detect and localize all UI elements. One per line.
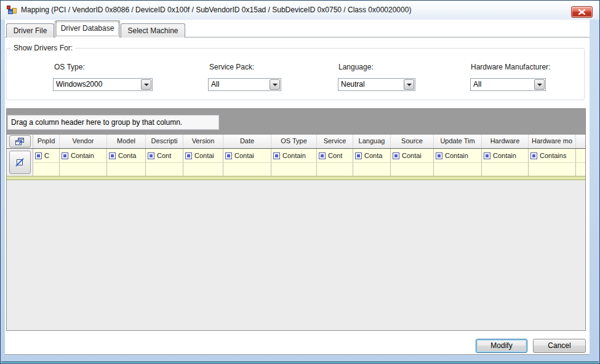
cancel-button[interactable]: Cancel [533,339,586,353]
close-icon [578,9,585,15]
window-title: Mapping (PCI / VendorID 0x8086 / DeviceI… [21,1,411,20]
field-chooser-button[interactable] [9,135,31,148]
column-header-os-type[interactable]: OS Type [271,135,317,148]
column-header-model[interactable]: Model [107,135,146,148]
empty-cell-descripti[interactable] [146,163,183,176]
filter-condition-icon[interactable] [319,152,326,159]
column-header-version[interactable]: Version [183,135,223,148]
column-header-languag[interactable]: Languag [353,135,391,148]
tab-select-machine[interactable]: Select Machine [121,23,185,38]
hardware-manufacturer-label: Hardware Manufacturer: [471,63,550,71]
chevron-down-icon [273,84,278,86]
row-indicator-column [7,149,33,176]
column-header-date[interactable]: Date [223,135,271,148]
tab-label: Driver Database [61,24,114,33]
filter-cell-pnpid[interactable]: C [33,149,60,162]
empty-cell-pnpid[interactable] [33,163,60,176]
filter-cell-vendor[interactable]: Contain [60,149,107,162]
auto-filter-row: CContainContaContContaiContaiContainCont… [33,149,585,163]
column-header-descripti[interactable]: Descripti [146,135,183,148]
filter-condition-icon[interactable] [185,152,192,159]
service-pack-label: Service Pack: [209,63,254,71]
tab-label: Driver File [14,26,47,35]
groupbox-title: Show Drivers For: [11,44,75,52]
group-by-band[interactable]: Drag a column header here to group by th… [7,109,585,135]
filter-condition-icon[interactable] [393,152,399,159]
empty-cell-update-tim[interactable] [434,163,482,176]
filter-condition-icon[interactable] [225,152,232,159]
filter-cell-date[interactable]: Contai [223,149,271,162]
titlebar[interactable]: Mapping (PCI / VendorID 0x8086 / DeviceI… [1,1,599,20]
filter-text: Conta [118,152,136,159]
hardware-manufacturer-combobox[interactable]: All [470,78,546,91]
hardware-manufacturer-dropdown-button[interactable] [534,79,545,90]
filter-condition-icon[interactable] [273,152,280,159]
column-header-source[interactable]: Source [391,135,434,148]
filter-cell-hardware-mo[interactable]: Contains [529,149,576,162]
column-header-hardware-mo[interactable]: Hardware mo [529,135,576,148]
filter-edit-button[interactable] [9,151,31,174]
grid-rows: CContainContaContContaiContaiContainCont… [33,149,585,176]
filter-cell-os-type[interactable]: Contain [271,149,317,162]
empty-cell-date[interactable] [223,163,271,176]
service-pack-dropdown-button[interactable] [270,79,280,90]
empty-cell-source[interactable] [391,163,434,176]
os-type-combobox[interactable]: Windows2000 [53,78,153,91]
filter-cell-languag[interactable]: Conta [353,149,391,162]
column-header-pnpid[interactable]: PnpId [33,135,60,148]
filter-condition-icon[interactable] [436,152,442,159]
close-button[interactable] [571,6,593,18]
dialog-content: Driver File Driver Database Select Machi… [5,20,590,355]
language-combobox[interactable]: Neutral [338,78,415,91]
os-type-dropdown-button[interactable] [141,79,151,90]
tab-driver-database[interactable]: Driver Database [55,20,120,38]
language-dropdown-button[interactable] [404,79,414,90]
column-header-hardware[interactable]: Hardware [482,135,529,148]
driver-grid: Drag a column header here to group by th… [6,108,586,331]
filter-condition-icon[interactable] [148,152,154,159]
group-by-hint: Drag a column header here to group by th… [7,115,219,130]
column-header-service[interactable]: Service [317,135,353,148]
os-type-value: Windows2000 [56,79,140,90]
filter-text: Cont [328,152,342,159]
language-label: Language: [338,63,374,71]
filter-cell-service[interactable]: Cont [317,149,353,162]
empty-cell-service[interactable] [317,163,353,176]
filter-condition-icon[interactable] [62,152,68,159]
column-header-vendor[interactable]: Vendor [60,135,107,148]
tab-driver-file[interactable]: Driver File [6,23,54,38]
column-header-update-tim[interactable]: Update Tim [434,135,482,148]
chevron-down-icon [144,84,149,86]
filter-cell-source[interactable]: Contai [391,149,434,162]
filter-text: Contain [445,152,468,159]
service-pack-combobox[interactable]: All [208,78,281,91]
filter-cell-hardware[interactable]: Contain [482,149,529,162]
empty-cell-os-type[interactable] [271,163,317,176]
filter-cell-descripti[interactable]: Cont [146,149,183,162]
filter-condition-icon[interactable] [484,152,490,159]
empty-cell-model[interactable] [107,163,146,176]
empty-cell-languag[interactable] [353,163,391,176]
filter-condition-icon[interactable] [35,152,42,159]
filter-condition-icon[interactable] [530,152,537,159]
empty-cell-vendor[interactable] [60,163,107,176]
empty-cell-hardware[interactable] [482,163,529,176]
filter-condition-icon[interactable] [109,152,116,159]
empty-cell-hardware-mo[interactable] [529,163,576,176]
filter-text: Contain [493,152,516,159]
filter-text: Contain [282,152,306,159]
filter-text: Contains [540,152,566,159]
filter-cell-version[interactable]: Contai [183,149,223,162]
filter-cell-model[interactable]: Conta [107,149,146,162]
hardware-manufacturer-value: All [473,79,533,90]
empty-cell-version[interactable] [183,163,223,176]
grid-row-separator [7,176,585,180]
modify-button[interactable]: Modify [476,339,527,353]
filter-cell-update-tim[interactable]: Contain [434,149,482,162]
filter-condition-icon[interactable] [355,152,362,159]
show-drivers-groupbox: Show Drivers For: [6,48,585,100]
filter-text: Contai [402,152,422,159]
chevron-down-icon [407,84,412,86]
grid-header-row: PnpIdVendorModelDescriptiVersionDateOS T… [7,135,585,149]
filter-edit-icon [15,157,25,167]
